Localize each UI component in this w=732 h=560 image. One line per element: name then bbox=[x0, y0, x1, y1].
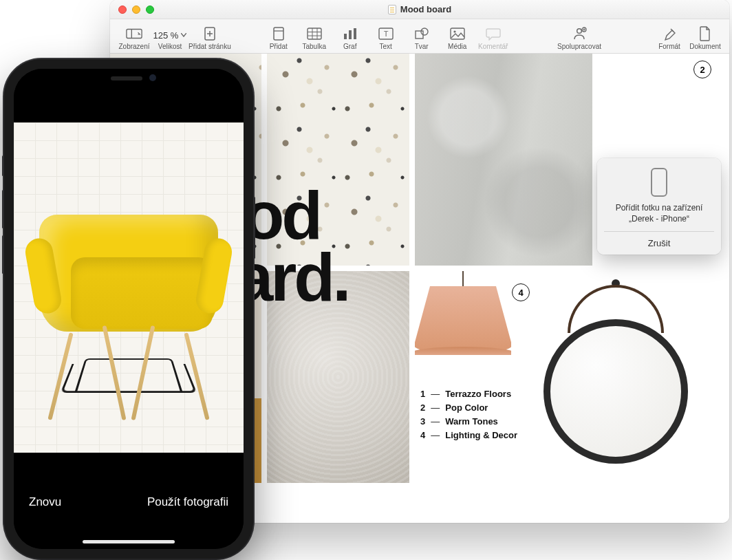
add-page-button[interactable]: Přidat stránku bbox=[189, 26, 231, 50]
collaborate-button[interactable]: Spolupracovat bbox=[557, 26, 601, 50]
callout-4[interactable]: 4 bbox=[512, 283, 530, 301]
cancel-button[interactable]: Zrušit bbox=[604, 231, 714, 255]
svg-point-18 bbox=[421, 28, 428, 35]
yellow-chair-photo bbox=[25, 194, 232, 421]
document-icon bbox=[388, 5, 396, 14]
zoom-control[interactable]: 125 % Velikost bbox=[153, 28, 187, 50]
zoom-value: 125 % bbox=[153, 28, 187, 43]
phone-outline-icon bbox=[651, 168, 667, 197]
callout-2[interactable]: 2 bbox=[693, 61, 711, 78]
view-icon bbox=[126, 26, 142, 41]
iphone-device: Znovu Použít fotografii bbox=[4, 59, 253, 559]
legend: 1—Terrazzo Floors 2—Pop Color 3—Warm Ton… bbox=[420, 387, 517, 443]
iphone-screen: Znovu Použít fotografii bbox=[14, 69, 244, 549]
volume-up bbox=[2, 190, 4, 228]
svg-point-21 bbox=[577, 29, 582, 34]
comment-icon bbox=[485, 26, 502, 41]
table-button[interactable]: Tabulka bbox=[297, 26, 332, 50]
document-title: Mood board bbox=[110, 4, 729, 14]
home-indicator[interactable] bbox=[83, 540, 175, 543]
side-button bbox=[253, 197, 255, 259]
continuity-camera-popover: Pořídit fotku na zařízení „Derek - iPhon… bbox=[597, 158, 721, 255]
insert-button[interactable]: Přidat bbox=[261, 26, 296, 50]
notch bbox=[67, 69, 191, 89]
svg-rect-17 bbox=[416, 31, 423, 39]
collaborate-icon bbox=[571, 26, 588, 41]
document-icon bbox=[697, 26, 713, 41]
svg-rect-13 bbox=[349, 30, 352, 39]
document-button[interactable]: Dokument bbox=[688, 26, 722, 50]
svg-point-20 bbox=[453, 30, 455, 32]
add-page-icon bbox=[202, 26, 218, 41]
shape-icon bbox=[413, 26, 430, 41]
svg-rect-12 bbox=[344, 34, 347, 39]
use-photo-button[interactable]: Použít fotografii bbox=[147, 495, 228, 509]
media-icon bbox=[449, 26, 466, 41]
chart-icon bbox=[342, 26, 358, 41]
text-button[interactable]: T Text bbox=[369, 26, 403, 50]
svg-text:T: T bbox=[383, 30, 388, 38]
legend-row: 3—Warm Tones bbox=[420, 415, 517, 429]
view-button[interactable]: Zobrazení bbox=[117, 26, 151, 50]
text-icon: T bbox=[378, 26, 394, 41]
media-button[interactable]: Média bbox=[440, 26, 475, 50]
titlebar[interactable]: Mood board bbox=[110, 0, 729, 19]
legend-row: 4—Lighting & Decor bbox=[420, 429, 517, 442]
document-title-text: Mood board bbox=[400, 4, 451, 14]
tile-lamp[interactable] bbox=[415, 271, 511, 381]
camera-bottom-bar: Znovu Použít fotografii bbox=[14, 453, 244, 549]
format-icon bbox=[661, 26, 678, 41]
format-button[interactable]: Formát bbox=[652, 26, 687, 50]
comment-button[interactable]: Komentář bbox=[476, 26, 510, 50]
svg-rect-5 bbox=[274, 28, 283, 40]
captured-photo[interactable] bbox=[14, 122, 244, 453]
retake-button[interactable]: Znovu bbox=[29, 495, 61, 509]
svg-rect-19 bbox=[451, 28, 464, 39]
table-icon bbox=[306, 26, 323, 41]
volume-down bbox=[2, 235, 4, 274]
toolbar: Zobrazení 125 % Velikost Přidat stránku … bbox=[110, 19, 729, 54]
chart-button[interactable]: Graf bbox=[333, 26, 367, 50]
svg-rect-7 bbox=[308, 28, 321, 39]
tile-mirror[interactable] bbox=[523, 271, 709, 483]
insert-icon bbox=[270, 26, 287, 41]
legend-row: 2—Pop Color bbox=[420, 401, 517, 415]
shape-button[interactable]: Tvar bbox=[405, 26, 439, 50]
legend-row: 1—Terrazzo Floors bbox=[420, 387, 517, 401]
mute-switch bbox=[2, 155, 4, 176]
popover-text: Pořídit fotku na zařízení „Derek - iPhon… bbox=[604, 202, 714, 224]
chevron-down-icon bbox=[181, 33, 186, 37]
tile-concrete[interactable] bbox=[415, 54, 592, 266]
svg-rect-14 bbox=[354, 28, 356, 39]
